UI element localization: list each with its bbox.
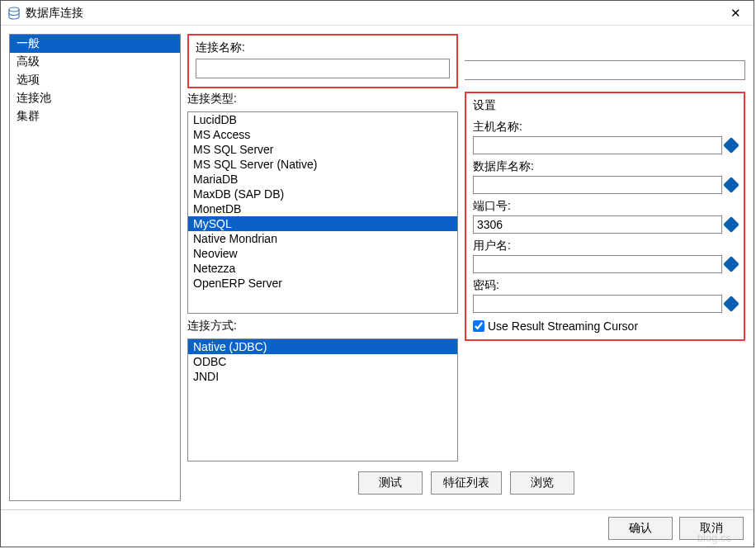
host-input[interactable] — [473, 136, 722, 154]
ok-button[interactable]: 确认 — [608, 517, 673, 540]
connection-mode-item[interactable]: JNDI — [188, 369, 457, 384]
sidebar-item-1[interactable]: 高级 — [10, 53, 180, 71]
connection-type-item[interactable]: MS SQL Server — [188, 142, 457, 157]
database-field: 数据库名称: — [473, 159, 737, 194]
sidebar-item-0[interactable]: 一般 — [10, 35, 180, 53]
streaming-cursor-row[interactable]: Use Result Streaming Cursor — [473, 319, 737, 333]
connection-name-input-extend[interactable] — [465, 60, 745, 80]
sidebar: 一般高级选项连接池集群 — [9, 34, 181, 501]
connection-type-item[interactable]: Neoview — [188, 246, 457, 261]
database-input[interactable] — [473, 176, 722, 194]
connection-name-label: 连接名称: — [196, 40, 450, 55]
host-field: 主机名称: — [473, 120, 737, 154]
host-label: 主机名称: — [473, 120, 737, 135]
connection-type-item[interactable]: MySQL — [188, 216, 457, 231]
connection-type-item[interactable]: MS Access — [188, 127, 457, 142]
connection-type-item[interactable]: MS SQL Server (Native) — [188, 157, 457, 172]
connection-type-item[interactable]: MariaDB — [188, 172, 457, 187]
port-input[interactable] — [473, 215, 722, 234]
browse-button[interactable]: 浏览 — [510, 471, 574, 495]
svg-point-0 — [9, 7, 19, 12]
password-input[interactable] — [473, 295, 722, 313]
action-buttons: 测试 特征列表 浏览 — [187, 465, 745, 501]
connection-type-item[interactable]: Netezza — [188, 261, 457, 276]
streaming-cursor-label: Use Result Streaming Cursor — [488, 319, 638, 333]
password-label: 密码: — [473, 278, 737, 293]
settings-panel: 设置 主机名称: 数据库名称: — [465, 92, 745, 341]
footer: 确认 取消 — [1, 509, 754, 547]
connection-type-item[interactable]: Native Mondrian — [188, 231, 457, 246]
connection-mode-label: 连接方式: — [187, 319, 458, 334]
username-field: 用户名: — [473, 239, 737, 273]
connection-name-input[interactable] — [196, 59, 450, 78]
password-field: 密码: — [473, 278, 737, 313]
connection-type-item[interactable]: LucidDB — [188, 112, 457, 127]
connection-type-item[interactable]: MonetDB — [188, 201, 457, 216]
left-column: 连接类型: LucidDBMS AccessMS SQL ServerMS SQ… — [187, 92, 458, 461]
database-variable-icon[interactable] — [723, 177, 739, 193]
sidebar-item-3[interactable]: 连接池 — [10, 89, 180, 107]
connection-mode-item[interactable]: ODBC — [188, 354, 457, 369]
name-row: 连接名称: — [187, 34, 745, 88]
titlebar: 数据库连接 ✕ — [1, 1, 754, 26]
connection-type-item[interactable]: OpenERP Server — [188, 276, 457, 291]
dialog-window: 数据库连接 ✕ 一般高级选项连接池集群 连接名称: 连接类型: LucidDBM… — [0, 0, 754, 547]
content-area: 一般高级选项连接池集群 连接名称: 连接类型: LucidDBMS Access… — [1, 26, 754, 509]
database-label: 数据库名称: — [473, 159, 737, 174]
connection-type-item[interactable]: MaxDB (SAP DB) — [188, 187, 457, 201]
close-button[interactable]: ✕ — [717, 2, 754, 25]
settings-legend: 设置 — [473, 98, 737, 113]
cancel-button[interactable]: 取消 — [679, 517, 744, 540]
test-button[interactable]: 测试 — [358, 471, 423, 495]
feature-list-button[interactable]: 特征列表 — [431, 471, 502, 495]
mid-row: 连接类型: LucidDBMS AccessMS SQL ServerMS SQ… — [187, 92, 745, 461]
sidebar-item-4[interactable]: 集群 — [10, 107, 180, 125]
port-variable-icon[interactable] — [723, 216, 739, 233]
connection-type-label: 连接类型: — [187, 92, 458, 106]
right-column: 设置 主机名称: 数据库名称: — [465, 92, 745, 461]
password-variable-icon[interactable] — [723, 296, 739, 312]
connection-name-block: 连接名称: — [187, 34, 458, 88]
username-input[interactable] — [473, 255, 722, 273]
connection-mode-item[interactable]: Native (JDBC) — [188, 339, 457, 354]
window-title: 数据库连接 — [26, 6, 717, 21]
host-variable-icon[interactable] — [723, 137, 739, 154]
sidebar-item-2[interactable]: 选项 — [10, 71, 180, 89]
port-field: 端口号: — [473, 199, 737, 234]
connection-mode-list[interactable]: Native (JDBC)ODBCJNDI — [187, 338, 458, 461]
port-label: 端口号: — [473, 199, 737, 214]
database-icon — [7, 7, 21, 20]
main-panel: 连接名称: 连接类型: LucidDBMS AccessMS SQL Serve… — [187, 34, 745, 501]
username-label: 用户名: — [473, 239, 737, 253]
username-variable-icon[interactable] — [723, 256, 739, 272]
connection-type-list[interactable]: LucidDBMS AccessMS SQL ServerMS SQL Serv… — [187, 111, 458, 314]
streaming-cursor-checkbox[interactable] — [473, 320, 484, 332]
